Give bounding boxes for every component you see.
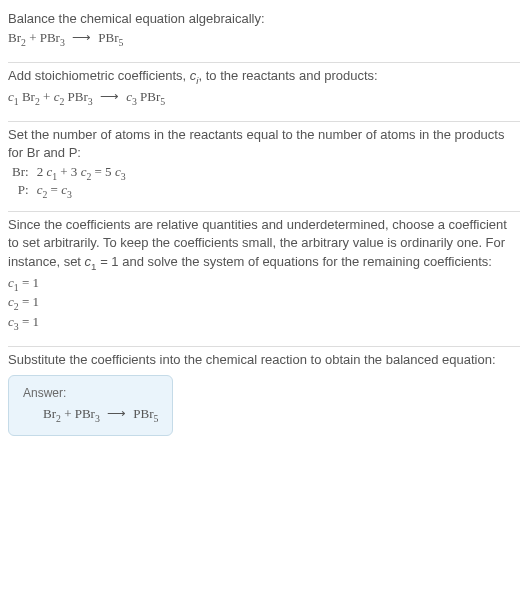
- atoms-title: Set the number of atoms in the reactants…: [8, 126, 520, 162]
- sub-3: 3: [60, 37, 65, 48]
- pbr3s: 3: [95, 412, 100, 423]
- c3s: 3: [67, 188, 72, 199]
- reactant-pbr3: + PBr: [26, 30, 60, 45]
- table-row: Br: 2 c1 + 3 c2 = 5 c3: [8, 164, 130, 182]
- pbr5: PBr: [133, 406, 153, 421]
- atom-balance-table: Br: 2 c1 + 3 c2 = 5 c3 P: c2 = c3: [8, 164, 130, 199]
- eq-part: + 3: [57, 164, 81, 179]
- arrow-icon: ⟶: [107, 406, 126, 422]
- sub-5: 5: [119, 37, 124, 48]
- section-problem: Balance the chemical equation algebraica…: [8, 6, 520, 62]
- reactant-br2: Br: [8, 30, 21, 45]
- solution-c1: c1 = 1: [8, 275, 520, 293]
- answer-box: Answer: Br2 + PBr3 ⟶ PBr5: [8, 375, 173, 437]
- br-equation: 2 c1 + 3 c2 = 5 c3: [33, 164, 130, 182]
- val: = 1: [19, 314, 39, 329]
- answer-label: Answer:: [23, 386, 158, 400]
- eq-part: =: [47, 182, 61, 197]
- problem-title: Balance the chemical equation algebraica…: [8, 10, 520, 28]
- solution-c2: c2 = 1: [8, 294, 520, 312]
- eq-part: = 5: [91, 164, 115, 179]
- answer-title: Substitute the coefficients into the che…: [8, 351, 520, 369]
- pbr3: + PBr: [61, 406, 95, 421]
- pbr3-sub: 3: [88, 96, 93, 107]
- br2: Br: [43, 406, 56, 421]
- br-label: Br:: [8, 164, 33, 182]
- pbr5-sub: 5: [160, 96, 165, 107]
- arrow-icon: ⟶: [72, 30, 91, 46]
- arrow-icon: ⟶: [100, 89, 119, 105]
- val: = 1: [19, 275, 39, 290]
- section-coefficients: Add stoichiometric coefficients, ci, to …: [8, 63, 520, 121]
- plus-1: +: [40, 89, 54, 104]
- section-solve: Since the coefficients are relative quan…: [8, 212, 520, 345]
- eq-part: 2: [37, 164, 47, 179]
- solve-title: Since the coefficients are relative quan…: [8, 216, 520, 273]
- table-row: P: c2 = c3: [8, 182, 130, 200]
- solution-c3: c3 = 1: [8, 314, 520, 332]
- coeff-equation: c1 Br2 + c2 PBr3 ⟶ c3 PBr5: [8, 89, 520, 107]
- pbr3-term: PBr: [64, 89, 87, 104]
- coeff-text-start: Add stoichiometric coefficients,: [8, 68, 190, 83]
- c3s: 3: [121, 171, 126, 182]
- solve-text-end: = 1 and solve the system of equations fo…: [97, 254, 492, 269]
- section-atoms: Set the number of atoms in the reactants…: [8, 122, 520, 212]
- balanced-equation: Br2 + PBr3 ⟶ PBr5: [23, 406, 158, 424]
- initial-equation: Br2 + PBr3 ⟶ PBr5: [8, 30, 520, 48]
- coeff-title: Add stoichiometric coefficients, ci, to …: [8, 67, 520, 87]
- br2-term: Br: [19, 89, 35, 104]
- pbr5s: 5: [154, 412, 159, 423]
- coeff-text-end: , to the reactants and products:: [199, 68, 378, 83]
- p-equation: c2 = c3: [33, 182, 130, 200]
- product-pbr5: PBr: [98, 30, 118, 45]
- section-answer: Substitute the coefficients into the che…: [8, 347, 520, 449]
- pbr5-term: PBr: [137, 89, 160, 104]
- p-label: P:: [8, 182, 33, 200]
- val: = 1: [19, 294, 39, 309]
